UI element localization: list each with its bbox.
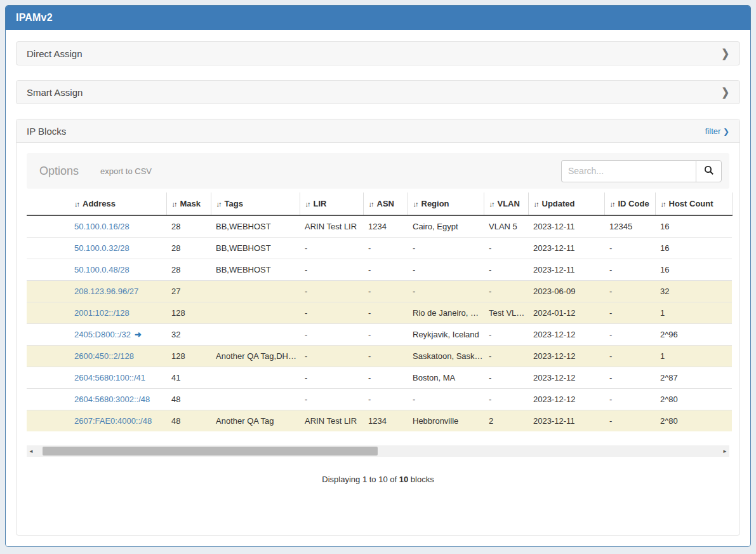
chevron-right-icon: ❯ [723,127,729,136]
cell-vlan: - [484,388,528,410]
cell-empty [27,388,69,410]
ip-blocks-table: ↓↑Address↓↑Mask↓↑Tags↓↑LIR↓↑ASN↓↑Region↓… [27,193,733,431]
cell-empty [27,302,69,323]
address-link[interactable]: 2604:5680:3002::/48 [74,395,150,404]
search-button[interactable] [696,160,722,182]
options-title: Options [39,165,79,178]
cell-lir: - [300,367,363,388]
column-header-asn[interactable]: ↓↑ASN [363,193,408,215]
cell-empty [27,323,69,345]
cell-asn: - [363,259,408,280]
scrollbar-track[interactable] [36,445,720,457]
scroll-left-icon[interactable]: ◄ [27,445,36,457]
table-row: 2600:450::2/128128Another QA Tag,DH…--Sa… [27,345,732,367]
cell-host-count: 16 [655,215,732,237]
cell-asn: - [363,280,408,302]
column-header-vlan[interactable]: ↓↑VLAN [484,193,528,215]
options-bar: Options export to CSV [27,153,729,189]
cell-updated: 2023-12-11 [528,410,604,431]
cell-vlan: 2 [484,410,528,431]
export-csv-link[interactable]: export to CSV [100,166,152,176]
cell-id-code: - [604,259,655,280]
cell-lir: - [300,237,363,259]
cell-region: - [408,280,484,302]
address-link[interactable]: 2600:450::2/128 [74,351,134,361]
cell-updated: 2023-06-09 [528,280,604,302]
cell-updated: 2023-12-11 [528,259,604,280]
column-header-host-count[interactable]: ↓↑Host Count [655,193,732,215]
address-link[interactable]: 50.100.0.48/28 [74,265,129,274]
cell-region: - [408,237,484,259]
cell-mask: 48 [166,410,211,431]
table-row: 50.100.0.32/2828BB,WEBHOST----2023-12-11… [27,237,732,259]
search-icon [704,165,714,177]
cell-address: 2607:FAE0:4000::/48 [69,410,166,431]
sort-icon: ↓↑ [172,200,176,208]
column-header-mask[interactable]: ↓↑Mask [166,193,211,215]
cell-address: 2001:102::/128 [69,302,166,323]
cell-asn: - [363,237,408,259]
direct-assign-panel[interactable]: Direct Assign ❯ [16,41,740,65]
filter-link[interactable]: filter ❯ [705,126,729,136]
ip-blocks-header: IP Blocks filter ❯ [17,119,739,143]
cell-address: 2604:5680:100::/41 [69,367,166,388]
display-count: Displaying 1 to 10 of 10 blocks [27,475,729,484]
cell-tags [211,280,300,302]
cell-vlan: VLAN 5 [484,215,528,237]
cell-lir: ARIN Test LIR [300,215,363,237]
column-header-lir[interactable]: ↓↑LIR [300,193,363,215]
search-input[interactable] [561,160,696,182]
address-link[interactable]: 2405:D800::/32 [74,330,131,339]
scrollbar-thumb[interactable] [43,447,378,456]
cell-host-count: 1 [655,302,732,323]
cell-mask: 28 [166,237,211,259]
cell-host-count: 32 [655,280,732,302]
table-row: 50.100.0.16/2828BB,WEBHOSTARIN Test LIR1… [27,215,732,237]
cell-lir: - [300,388,363,410]
cell-region: Rio de Janeiro, … [408,302,484,323]
app-content: Direct Assign ❯ Smart Assign ❯ IP Blocks… [6,30,750,536]
cell-tags: BB,WEBHOST [211,215,300,237]
cell-updated: 2023-12-12 [528,367,604,388]
ip-blocks-panel: IP Blocks filter ❯ Options export to CSV [16,119,740,536]
sort-icon: ↓↑ [216,200,221,208]
address-link[interactable]: 50.100.0.32/28 [74,243,129,253]
scroll-right-icon[interactable]: ► [720,445,729,457]
cell-tags: BB,WEBHOST [211,259,300,280]
cell-empty [27,215,69,237]
address-link[interactable]: 2607:FAE0:4000::/48 [74,416,152,426]
address-link[interactable]: 2604:5680:100::/41 [74,373,145,382]
cell-address: 2405:D800::/32➜ [69,323,166,345]
address-link[interactable]: 208.123.96.96/27 [74,287,138,296]
cell-id-code: - [604,345,655,367]
cell-address: 2604:5680:3002::/48 [69,388,166,410]
table-row: 208.123.96.96/2727----2023-06-09-32 [27,280,732,302]
column-header-region[interactable]: ↓↑Region [408,193,484,215]
table-header-row: ↓↑Address↓↑Mask↓↑Tags↓↑LIR↓↑ASN↓↑Region↓… [27,193,732,215]
chevron-right-icon[interactable]: ❯ [721,47,729,60]
column-header-tags[interactable]: ↓↑Tags [211,193,300,215]
cell-empty [27,280,69,302]
cell-empty [27,259,69,280]
app-title: IPAMv2 [16,12,53,24]
cell-asn: - [363,345,408,367]
cell-vlan: - [484,345,528,367]
address-link[interactable]: 2001:102::/128 [74,308,129,318]
arrow-right-icon[interactable]: ➜ [135,330,142,339]
cell-updated: 2023-12-12 [528,388,604,410]
cell-asn: - [363,323,408,345]
horizontal-scrollbar[interactable]: ◄ ► [27,445,729,457]
cell-mask: 48 [166,388,211,410]
cell-vlan: - [484,280,528,302]
address-link[interactable]: 50.100.0.16/28 [74,222,129,231]
column-header-address[interactable]: ↓↑Address [69,193,166,215]
app-header: IPAMv2 [6,6,750,30]
cell-vlan: - [484,367,528,388]
cell-region: Boston, MA [408,367,484,388]
column-header-updated[interactable]: ↓↑Updated [528,193,604,215]
cell-host-count: 16 [655,237,732,259]
column-header-id-code[interactable]: ↓↑ID Code [604,193,655,215]
sort-icon: ↓↑ [74,200,79,208]
chevron-right-icon[interactable]: ❯ [721,86,729,99]
smart-assign-panel[interactable]: Smart Assign ❯ [16,80,740,104]
